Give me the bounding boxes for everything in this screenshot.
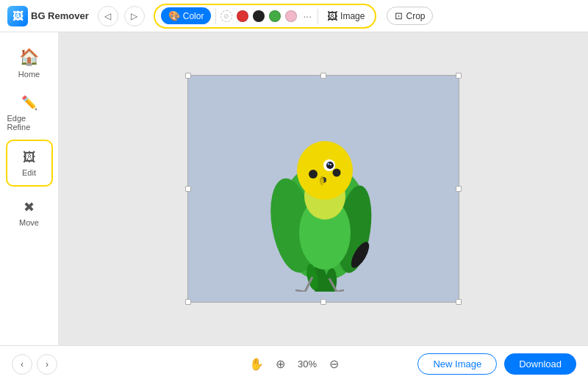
- crop-button[interactable]: ⊡ Crop: [387, 7, 433, 25]
- sidebar-item-edge-refine[interactable]: ✏️ Edge Refine: [6, 90, 53, 137]
- canvas-area: [59, 32, 588, 345]
- prev-button[interactable]: ‹: [12, 354, 32, 375]
- forward-button[interactable]: ▷: [124, 6, 145, 26]
- back-icon: ◁: [104, 11, 111, 21]
- download-button[interactable]: Download: [504, 353, 576, 375]
- image-button[interactable]: 🖼 Image: [323, 7, 369, 25]
- image-btn-icon: 🖼: [327, 10, 337, 22]
- more-button[interactable]: ···: [301, 10, 313, 22]
- svg-point-14: [328, 163, 330, 165]
- parrot-image: [188, 76, 459, 302]
- handle-tm[interactable]: [320, 73, 326, 79]
- image-label: Image: [340, 11, 365, 21]
- handle-tr[interactable]: [456, 73, 462, 79]
- swatch-pink[interactable]: [285, 10, 297, 22]
- handle-mr[interactable]: [456, 186, 462, 192]
- swatch-green[interactable]: [269, 10, 281, 22]
- handle-bl[interactable]: [185, 299, 191, 305]
- handle-ml[interactable]: [185, 186, 191, 192]
- swatch-black[interactable]: [253, 10, 265, 22]
- svg-point-15: [330, 164, 331, 165]
- new-image-button[interactable]: New Image: [417, 353, 497, 375]
- next-icon: ›: [46, 359, 49, 370]
- image-container[interactable]: [187, 75, 459, 303]
- svg-line-17: [295, 290, 305, 292]
- svg-line-21: [337, 290, 344, 292]
- bottom-actions: New Image Download: [417, 353, 576, 375]
- top-bar: 🖼 BG Remover ◁ ▷ 🎨 Color ⊘ ··· 🖼 Image ⊡…: [0, 0, 588, 32]
- handle-tl[interactable]: [185, 73, 191, 79]
- swatch-red[interactable]: [237, 10, 248, 22]
- home-label: Home: [18, 70, 40, 79]
- crop-icon: ⊡: [395, 10, 403, 21]
- edge-refine-label: Edge Refine: [7, 114, 51, 131]
- sidebar-item-edit[interactable]: 🖼 Edit: [6, 140, 53, 187]
- move-icon: ✖: [24, 199, 35, 215]
- hand-button[interactable]: ✋: [246, 356, 267, 372]
- divider-1: [215, 9, 216, 24]
- edge-refine-icon: ✏️: [21, 95, 37, 111]
- svg-point-9: [309, 170, 318, 179]
- app-name: BG Remover: [31, 10, 89, 21]
- zoom-in-icon: ⊕: [276, 358, 285, 370]
- move-label: Move: [19, 218, 39, 227]
- bottom-bar: ‹ › ✋ ⊕ 30% ⊖ New Image Download: [0, 345, 588, 382]
- prev-icon: ‹: [21, 359, 24, 370]
- svg-point-13: [326, 162, 334, 169]
- bottom-nav: ‹ ›: [12, 354, 57, 375]
- app-logo: 🖼 BG Remover: [7, 6, 89, 26]
- logo-icon: 🖼: [7, 6, 28, 26]
- forward-icon: ▷: [131, 11, 137, 21]
- color-label: Color: [183, 11, 204, 21]
- parrot-svg: [243, 86, 404, 292]
- zoom-out-button[interactable]: ⊖: [326, 356, 342, 372]
- zoom-level: 30%: [294, 358, 320, 370]
- edit-icon: 🖼: [23, 150, 36, 165]
- handle-br[interactable]: [456, 299, 462, 305]
- zoom-controls: ✋ ⊕ 30% ⊖: [246, 356, 342, 372]
- toolbar-group: 🎨 Color ⊘ ··· 🖼 Image: [154, 4, 377, 29]
- sidebar: 🏠 Home ✏️ Edge Refine 🖼 Edit ✖ Move: [0, 32, 59, 345]
- color-button[interactable]: 🎨 Color: [161, 7, 212, 24]
- svg-point-10: [333, 169, 341, 177]
- zoom-out-icon: ⊖: [329, 358, 339, 370]
- back-button[interactable]: ◁: [98, 6, 118, 26]
- hand-icon: ✋: [249, 358, 264, 370]
- svg-point-8: [297, 141, 353, 200]
- crop-label: Crop: [406, 11, 425, 21]
- swatch-transparent[interactable]: ⊘: [220, 10, 232, 22]
- sidebar-item-move[interactable]: ✖ Move: [6, 190, 53, 237]
- divider-2: [318, 9, 318, 24]
- sidebar-item-home[interactable]: 🏠 Home: [6, 40, 53, 87]
- edit-label: Edit: [22, 168, 36, 177]
- main-layout: 🏠 Home ✏️ Edge Refine 🖼 Edit ✖ Move: [0, 32, 588, 345]
- handle-bm[interactable]: [320, 299, 326, 305]
- zoom-in-button[interactable]: ⊕: [273, 356, 288, 372]
- home-icon: 🏠: [19, 48, 39, 67]
- next-button[interactable]: ›: [37, 354, 57, 375]
- color-icon: 🎨: [168, 10, 180, 21]
